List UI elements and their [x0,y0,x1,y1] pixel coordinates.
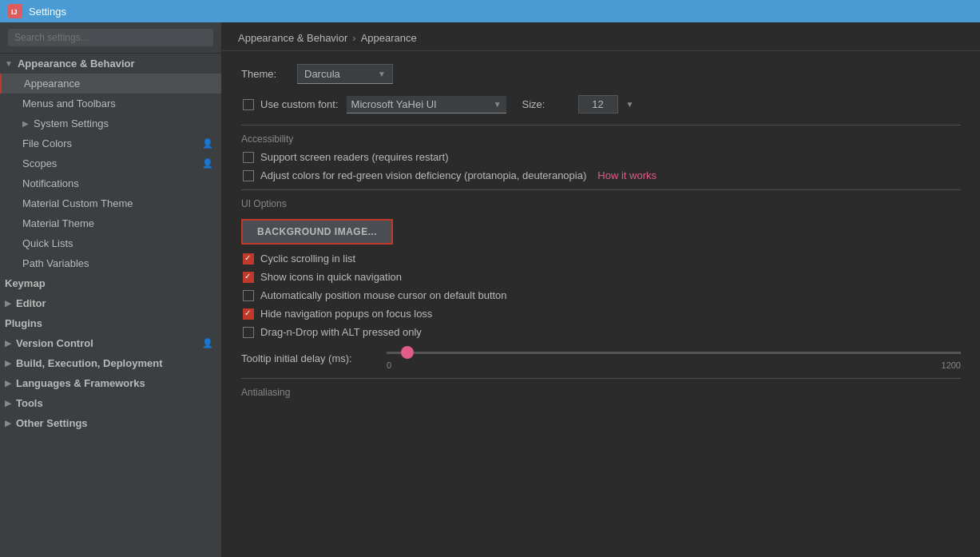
sidebar-item-notifications[interactable]: Notifications [0,173,221,193]
sidebar-item-version-control[interactable]: ▶Version Control👤 [0,333,221,353]
sidebar-item-label: Material Theme [22,217,94,229]
sidebar-item-label: Appearance [24,78,80,90]
sidebar-item-quick-lists[interactable]: Quick Lists [0,233,221,253]
sidebar-item-appearance[interactable]: Appearance [0,74,221,93]
ui-checkbox-hide-navigation[interactable] [243,308,254,320]
screen-readers-checkbox[interactable] [243,152,254,163]
accessibility-label: Accessibility [241,133,961,145]
sidebar-item-label: Keymap [5,277,46,289]
sidebar-item-label: File Colors [22,137,72,149]
title-bar: IJ Settings [0,0,980,22]
font-size-field[interactable]: 12 [578,95,618,113]
sidebar-item-keymap[interactable]: Keymap [0,273,221,293]
background-image-button[interactable]: BACKGROUND IMAGE... [241,219,393,245]
sidebar-search-area[interactable] [0,22,221,54]
tooltip-label: Tooltip initial delay (ms): [241,352,377,364]
ui-checkbox-drag-drop-alt[interactable] [243,327,254,338]
ui-checkbox-show-icons-quick[interactable] [243,272,254,283]
ui-checkbox-label-show-icons-quick[interactable]: Show icons in quick navigation [260,271,402,283]
sidebar-item-label: Tools [16,397,43,409]
sidebar-item-editor[interactable]: ▶Editor [0,293,221,313]
breadcrumb-current: Appearance [361,32,417,44]
svg-text:IJ: IJ [11,8,18,16]
sidebar-item-label: Languages & Frameworks [16,377,145,389]
settings-content: Theme: Darcula ▼ Use custom font: Micros… [222,51,980,557]
ui-checkboxes-container: Cyclic scrolling in listShow icons in qu… [241,253,961,338]
sidebar: ▼Appearance & BehaviorAppearanceMenus an… [0,22,222,557]
font-value: Microsoft YaHei UI [351,98,437,110]
sidebar-item-menus-toolbars[interactable]: Menus and Toolbars [0,93,221,113]
size-dropdown-arrow[interactable]: ▼ [626,100,634,109]
color-adjust-row: Adjust colors for red-green vision defic… [241,169,961,181]
sidebar-item-label: Material Custom Theme [22,197,133,209]
slider-labels: 0 1200 [387,360,961,370]
sidebar-item-scopes[interactable]: Scopes👤 [0,153,221,173]
antialiasing-label: Antialiasing [241,387,961,398]
theme-value: Darcula [304,68,340,80]
sidebar-item-languages-frameworks[interactable]: ▶Languages & Frameworks [0,373,221,393]
ui-checkbox-row-drag-drop-alt: Drag-n-Drop with ALT pressed only [241,326,961,338]
ui-checkbox-row-cyclic-scrolling: Cyclic scrolling in list [241,253,961,265]
sidebar-item-build-execution[interactable]: ▶Build, Execution, Deployment [0,353,221,373]
divider-2 [241,189,961,190]
person-icon: 👤 [202,138,213,149]
breadcrumb-separator: › [352,32,355,44]
sidebar-item-label: Plugins [5,317,42,329]
theme-label: Theme: [241,68,289,80]
search-input[interactable] [8,29,213,46]
theme-select[interactable]: Darcula ▼ [297,64,393,84]
sidebar-item-label: Menus and Toolbars [22,97,116,109]
chevron-icon: ▶ [5,399,11,408]
sidebar-item-other-settings[interactable]: ▶Other Settings [0,413,221,433]
chevron-icon: ▼ [5,59,13,68]
color-adjust-label[interactable]: Adjust colors for red-green vision defic… [260,169,586,181]
sidebar-item-plugins[interactable]: Plugins [0,313,221,333]
sidebar-item-tools[interactable]: ▶Tools [0,393,221,413]
divider-3 [241,378,961,379]
ui-checkbox-label-cyclic-scrolling[interactable]: Cyclic scrolling in list [260,253,355,265]
content-area: Appearance & Behavior › Appearance Theme… [222,22,980,557]
custom-font-checkbox-row: Use custom font: [241,98,339,110]
breadcrumb-parent: Appearance & Behavior [238,32,347,44]
ui-checkbox-label-hide-navigation[interactable]: Hide navigation popups on focus loss [260,308,432,320]
custom-font-label[interactable]: Use custom font: [260,98,339,110]
divider-1 [241,125,961,125]
sidebar-item-material-theme[interactable]: Material Theme [0,213,221,233]
person-icon: 👤 [202,338,213,348]
sidebar-item-label: Quick Lists [22,237,73,249]
font-row: Use custom font: Microsoft YaHei UI ▼ Si… [241,95,961,113]
sidebar-item-label: Version Control [16,337,93,349]
window-title: Settings [29,6,66,18]
tooltip-slider-container: 0 1200 [387,346,961,370]
sidebar-item-system-settings[interactable]: ▶System Settings [0,113,221,133]
breadcrumb: Appearance & Behavior › Appearance [222,22,980,51]
font-dropdown-arrow: ▼ [494,100,502,109]
screen-readers-label[interactable]: Support screen readers (requires restart… [260,151,449,163]
sidebar-item-path-variables[interactable]: Path Variables [0,253,221,273]
chevron-icon: ▶ [5,419,11,428]
ui-checkbox-row-hide-navigation: Hide navigation popups on focus loss [241,308,961,320]
ui-checkbox-label-drag-drop-alt[interactable]: Drag-n-Drop with ALT pressed only [260,326,422,338]
sidebar-item-label: Appearance & Behavior [18,58,135,70]
how-it-works-link[interactable]: How it works [597,169,657,181]
app-icon: IJ [8,4,22,18]
sidebar-item-material-custom-theme[interactable]: Material Custom Theme [0,193,221,213]
tooltip-slider[interactable] [387,352,961,354]
sidebar-item-appearance-behavior[interactable]: ▼Appearance & Behavior [0,54,221,74]
chevron-icon: ▶ [22,119,29,128]
ui-checkbox-auto-position-cursor[interactable] [243,290,254,301]
ui-checkbox-label-auto-position-cursor[interactable]: Automatically position mouse cursor on d… [260,289,507,301]
sidebar-item-file-colors[interactable]: File Colors👤 [0,133,221,153]
ui-checkbox-row-show-icons-quick: Show icons in quick navigation [241,271,961,283]
ui-options-label: UI Options [241,198,961,209]
person-icon: 👤 [202,158,213,169]
color-adjust-checkbox[interactable] [243,170,254,181]
sidebar-item-label: Scopes [22,157,57,169]
slider-track[interactable] [387,346,961,359]
custom-font-checkbox[interactable] [243,99,254,110]
ui-checkbox-cyclic-scrolling[interactable] [243,253,254,265]
theme-dropdown[interactable]: Darcula ▼ [297,64,393,84]
font-dropdown[interactable]: Microsoft YaHei UI ▼ [347,96,506,113]
sidebar-items-container: ▼Appearance & BehaviorAppearanceMenus an… [0,54,221,433]
screen-readers-row: Support screen readers (requires restart… [241,151,961,163]
